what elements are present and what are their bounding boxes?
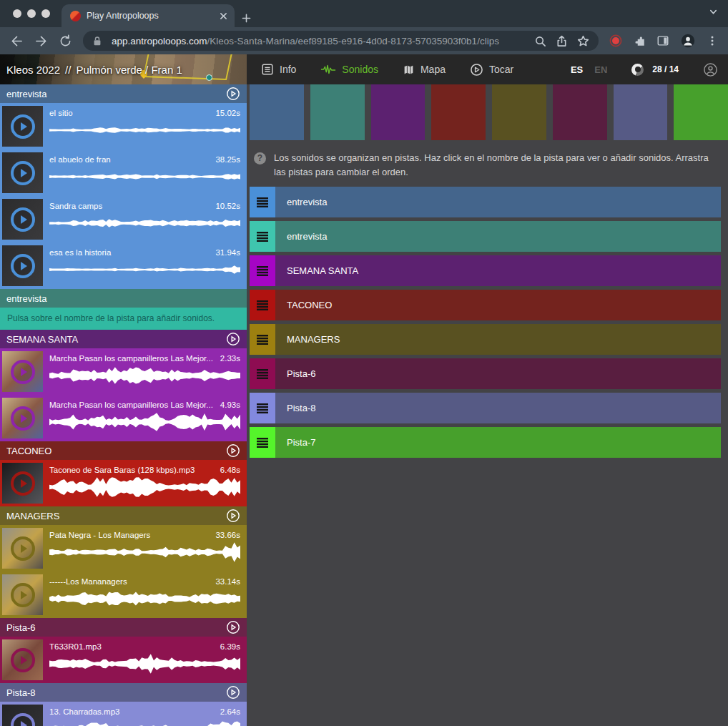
track-row[interactable]: TACONEO [250,290,721,320]
zoom-icon[interactable] [534,35,546,47]
address-bar[interactable]: app.antropoloops.com/Kleos-Santa-Marina/… [83,31,599,51]
track-play-button[interactable] [226,685,240,700]
close-tab-icon[interactable] [220,12,227,20]
tab-search-chevron-icon[interactable] [709,7,718,16]
track-row[interactable]: Pista-6 [250,358,721,389]
clip-title: Marcha Pasan los campanilleros Las Mejor… [49,354,215,363]
lang-en[interactable]: EN [594,64,607,75]
track-play-button[interactable] [226,509,240,523]
nav-item-sonidos[interactable]: Sonidos [320,64,378,75]
clip-title: T633R01.mp3 [49,642,215,651]
clip-thumbnail[interactable] [2,705,43,726]
record-icon[interactable] [609,34,622,47]
play-circle-icon [11,114,35,139]
track-row[interactable]: SEMANA SANTA [250,255,721,286]
sidebar-track-section: SEMANA SANTA Marcha Pasan los campanille… [0,330,247,441]
track-clips: Pulsa sobre el nombre de la pista para a… [0,308,247,330]
drag-handle[interactable] [250,187,275,217]
clip-thumbnail[interactable] [2,528,43,569]
track-row[interactable]: Pista-7 [250,427,721,458]
minimize-window-icon[interactable] [27,9,36,18]
clip-thumbnail[interactable] [2,106,43,147]
track-play-button[interactable] [226,443,240,458]
track-header[interactable]: Pista-6 [0,618,247,637]
lang-es[interactable]: ES [571,64,583,75]
app-header: Kleos 2022 // Pulmón verde / Fran 1 Info… [0,54,728,84]
menu-kebab-icon[interactable] [707,35,718,46]
track-header[interactable]: entrevista [0,289,247,308]
clip-title: el sitio [49,109,210,117]
track-header[interactable]: MANAGERS [0,506,247,525]
clip-title: 13. Charradas.mp3 [49,707,215,716]
track-play-button[interactable] [226,620,240,634]
drag-handle[interactable] [250,358,275,389]
clip-thumbnail[interactable] [2,639,43,680]
side-panel-icon[interactable] [656,34,669,47]
track-header[interactable]: entrevista [0,84,247,103]
track-header[interactable]: TACONEO [0,441,247,460]
track-clips: T633R01.mp3 6.39s [0,637,247,683]
drag-handle[interactable] [250,324,275,355]
forward-icon[interactable] [34,34,48,48]
clip-thumbnail[interactable] [2,245,43,286]
clip-thumbnail[interactable] [2,199,43,240]
clip-thumbnail[interactable] [2,574,43,615]
track-row-label: Pista-7 [287,437,315,448]
track-play-button[interactable] [226,87,240,101]
clip-item[interactable]: Pata Negra - Los Managers 33.66s [0,525,247,572]
new-tab-icon[interactable] [242,14,251,23]
clip-item[interactable]: el abuelo de fran 38.25s [0,149,247,196]
close-window-icon[interactable] [13,9,21,18]
sidebar-track-section: MANAGERS Pata Negra - Los Managers 33.66… [0,506,247,618]
track-color-swatch [553,84,607,140]
maximize-window-icon[interactable] [41,9,50,18]
profile-avatar[interactable] [680,33,696,49]
drag-handle[interactable] [250,255,275,286]
url-path: /Kleos-Santa-Marina/eef89185-e916-4d0d-8… [207,36,499,46]
clip-item[interactable]: Marcha Pasan los campanilleros Las Mejor… [0,395,247,441]
track-name: Pista-8 [6,687,226,698]
clip-duration: 2.33s [220,354,240,363]
drag-handle[interactable] [250,290,275,320]
clip-item[interactable]: esa es la historia 31.94s [0,242,247,289]
track-play-button[interactable] [226,332,240,346]
track-row[interactable]: MANAGERS [250,324,721,355]
share-icon[interactable] [556,35,568,47]
track-header[interactable]: SEMANA SANTA [0,330,247,348]
drag-handle[interactable] [250,221,275,252]
tracks-sidebar: entrevista el sitio 15.02s el abuelo de … [0,84,247,726]
account-icon[interactable] [703,62,718,77]
clip-item[interactable]: 13. Charradas.mp3 2.64s [0,702,247,726]
header-map-image[interactable]: Kleos 2022 // Pulmón verde / Fran 1 [0,54,247,84]
clip-item[interactable]: Marcha Pasan los campanilleros Las Mejor… [0,348,247,395]
url-text: app.antropoloops.com/Kleos-Santa-Marina/… [112,36,525,46]
drag-handle[interactable] [250,427,275,458]
track-header[interactable]: Pista-8 [0,683,247,702]
drag-handle[interactable] [250,393,275,423]
nav-item-info[interactable]: Info [261,63,296,76]
clip-thumbnail[interactable] [2,351,43,392]
clip-item[interactable]: Taconeo de Sara Baras (128 kbps).mp3 6.4… [0,460,247,506]
track-row[interactable]: entrevista [250,221,721,252]
clip-thumbnail[interactable] [2,152,43,193]
main-panel: ? Los sonidos se organizan en pistas. Ha… [247,84,728,726]
clip-item[interactable]: ------Los Mananagers 33.14s [0,572,247,618]
clip-thumbnail[interactable] [2,463,43,504]
url-domain: app.antropoloops.com [112,36,207,46]
clip-title: Marcha Pasan los campanilleros Las Mejor… [49,401,215,409]
nav-item-tocar[interactable]: Tocar [470,63,513,77]
clip-item[interactable]: Sandra camps 10.52s [0,196,247,242]
track-row-label: entrevista [287,231,327,242]
back-icon[interactable] [10,34,24,48]
browser-tab[interactable]: Play Antropoloops [62,4,235,27]
extensions-icon[interactable] [633,34,646,47]
clip-item[interactable]: T633R01.mp3 6.39s [0,637,247,683]
clip-item[interactable]: el sitio 15.02s [0,103,247,149]
reload-icon[interactable] [59,34,72,48]
track-row[interactable]: entrevista [250,187,721,217]
clip-title: Pata Negra - Los Managers [49,531,210,539]
bookmark-star-icon[interactable] [577,35,589,47]
nav-item-mapa[interactable]: Mapa [403,64,446,76]
track-row[interactable]: Pista-8 [250,393,721,423]
clip-thumbnail[interactable] [2,398,43,438]
